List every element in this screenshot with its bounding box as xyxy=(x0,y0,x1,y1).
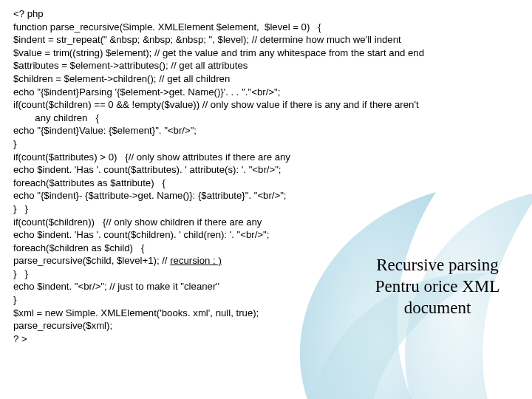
code-line: any children { xyxy=(13,112,99,123)
code-line: <? php xyxy=(13,8,44,19)
code-line: } } xyxy=(13,203,28,214)
side-caption: Recursive parsing Pentru orice XML docum… xyxy=(364,254,511,318)
recursion-underline: recursion ; ) xyxy=(170,255,222,266)
code-line: $children = $element->children(); // get… xyxy=(13,73,230,84)
caption-line-2: Pentru orice XML xyxy=(364,276,511,297)
code-line: parse_recursive($child, $level+1); // re… xyxy=(13,255,222,266)
code-line: ? > xyxy=(13,333,27,344)
code-line: echo $indent. 'Has '. count($children). … xyxy=(13,229,269,240)
code-line: echo "{$indent}Parsing '{$element->get. … xyxy=(13,86,280,98)
code-line: parse_recursive($xml); xyxy=(13,320,112,331)
code-line: if(count($children)) {// only show child… xyxy=(13,216,262,228)
code-line: } xyxy=(13,138,16,149)
caption-line-3: document xyxy=(364,297,511,318)
code-line: } } xyxy=(13,268,28,279)
code-line: foreach($children as $child) { xyxy=(13,242,144,253)
code-line: $attributes = $element->attributes(); //… xyxy=(13,60,248,71)
caption-line-1: Recursive parsing xyxy=(364,254,511,276)
code-line: if(count($children) == 0 && !empty($valu… xyxy=(13,99,419,110)
code-line: if(count($attributes) > 0) {// only show… xyxy=(13,151,290,163)
code-line: function parse_recursive(Simple. XMLElem… xyxy=(13,21,321,33)
code-line: echo $indent. "<br/>"; // just to make i… xyxy=(13,281,219,292)
code-fragment: parse_recursive($child, $level+1); // xyxy=(13,255,170,266)
slide-root: <? php function parse_recursive(Simple. … xyxy=(0,0,532,399)
code-line: echo "{$indent}Value: {$element}". "<br/… xyxy=(13,125,197,136)
code-line: $indent = str_repeat(" &nbsp; &nbsp; &nb… xyxy=(13,34,401,45)
code-line: $xml = new Simple. XMLElement('books. xm… xyxy=(13,307,259,318)
code-line: foreach($attributes as $attribute) { xyxy=(13,177,166,188)
code-line: echo $indent. 'Has '. count($attributes)… xyxy=(13,164,281,175)
code-line: echo "{$indent}- {$attribute->get. Name(… xyxy=(13,190,287,201)
code-line: } xyxy=(13,294,16,305)
code-line: $value = trim((string) $element); // get… xyxy=(13,47,424,58)
